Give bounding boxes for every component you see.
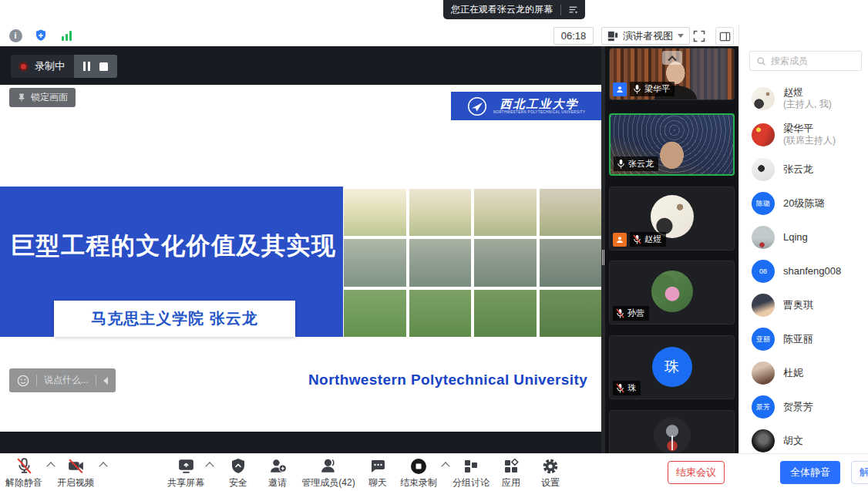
breakout-rooms-button[interactable]: 分组讨论 bbox=[449, 456, 493, 489]
divider bbox=[36, 375, 37, 386]
member-search-box[interactable] bbox=[749, 51, 862, 71]
end-meeting-button[interactable]: 结束会议 bbox=[668, 461, 725, 484]
shield-plus-icon bbox=[34, 29, 48, 42]
gear-icon bbox=[541, 457, 560, 476]
university-emblem-icon bbox=[467, 96, 487, 116]
info-icon: i bbox=[9, 29, 22, 42]
collapse-panel-button[interactable] bbox=[662, 51, 682, 65]
video-tile-active-speaker[interactable]: 张云龙 bbox=[609, 113, 735, 176]
host-badge bbox=[613, 233, 627, 247]
video-tile[interactable]: 孙营 bbox=[609, 261, 735, 325]
settings-button[interactable]: 设置 bbox=[533, 456, 567, 489]
video-options-chevron[interactable] bbox=[99, 462, 107, 470]
banner-menu-button[interactable] bbox=[561, 5, 585, 15]
share-screen-icon bbox=[177, 456, 196, 476]
meeting-window: 您正在观看张云龙的屏幕 i 06:18 演讲者视图 管理成员(42) bbox=[0, 0, 868, 491]
lock-view-label: 锁定画面 bbox=[31, 91, 68, 104]
apps-button[interactable]: 应用 bbox=[495, 456, 527, 489]
lock-view-button[interactable]: 锁定画面 bbox=[9, 88, 76, 107]
invite-button[interactable]: 邀请 bbox=[261, 456, 294, 489]
member-row[interactable]: 景芳 贺景芳 bbox=[739, 390, 868, 424]
view-mode-label: 演讲者视图 bbox=[623, 29, 673, 43]
participant-name-label: 梁华平 bbox=[630, 82, 675, 96]
participant-name-label: 赵煜 bbox=[630, 232, 666, 247]
person-icon bbox=[615, 85, 624, 94]
slide-subtitle-box: 马克思主义学院 张云龙 bbox=[54, 301, 295, 337]
invite-person-icon bbox=[268, 456, 288, 476]
chevron-down-icon bbox=[671, 436, 673, 450]
avatar: 景芳 bbox=[752, 395, 775, 419]
member-row[interactable]: 梁华平(联席主持人) bbox=[739, 116, 868, 153]
recording-status: 录制中 bbox=[11, 55, 74, 78]
meeting-timer: 06:18 bbox=[553, 27, 594, 45]
scroll-down-button[interactable] bbox=[671, 437, 673, 451]
unmute-button[interactable]: 解除静音 bbox=[2, 456, 46, 489]
university-name-en-small: NORTHWESTERN POLYTECHNICAL UNIVERSITY bbox=[493, 110, 586, 115]
screen-watch-text: 您正在观看张云龙的屏幕 bbox=[443, 3, 560, 16]
fullscreen-button[interactable] bbox=[690, 28, 708, 45]
video-thumbnail-panel: 梁华平 张云龙 赵煜 孙营 bbox=[605, 46, 738, 453]
emoji-icon[interactable] bbox=[17, 375, 29, 387]
cohost-badge bbox=[613, 82, 627, 96]
campus-photo-collage bbox=[344, 189, 601, 337]
avatar bbox=[752, 362, 775, 385]
start-video-button[interactable]: 开启视频 bbox=[54, 456, 97, 489]
participant-name-label: 珠 bbox=[613, 381, 641, 395]
video-tile[interactable]: 珠 珠 bbox=[609, 335, 735, 399]
participant-name-label: 张云龙 bbox=[614, 156, 658, 171]
video-tile[interactable]: 梁华平 bbox=[609, 48, 735, 100]
member-row[interactable]: 杜妮 bbox=[739, 356, 868, 390]
member-row[interactable]: 陈璐 20级陈璐 bbox=[739, 187, 868, 220]
slide-title: 巨型工程的文化价值及其实现 bbox=[11, 230, 337, 262]
security-button[interactable]: 安全 bbox=[222, 456, 254, 489]
member-search-input[interactable] bbox=[771, 55, 848, 66]
video-tile[interactable]: 赵煜 bbox=[609, 187, 735, 251]
avatar bbox=[752, 294, 775, 317]
pause-recording-button[interactable] bbox=[83, 62, 90, 71]
view-mode-dropdown[interactable]: 演讲者视图 bbox=[601, 27, 690, 45]
member-row[interactable]: 曹奥琪 bbox=[739, 288, 868, 322]
person-icon bbox=[615, 235, 624, 244]
avatar bbox=[752, 123, 775, 146]
meeting-info-button[interactable]: i bbox=[8, 28, 23, 43]
hamburger-icon bbox=[568, 5, 578, 15]
chat-bubble-icon bbox=[368, 457, 387, 476]
participant-name-label: 孙营 bbox=[613, 306, 649, 321]
avatar bbox=[752, 226, 775, 249]
member-row[interactable]: 亚丽 陈亚丽 bbox=[739, 322, 868, 356]
member-row[interactable]: 赵煜(主持人, 我) bbox=[739, 80, 868, 116]
shield-icon bbox=[229, 457, 247, 476]
video-tile[interactable] bbox=[609, 410, 735, 453]
share-screen-button[interactable]: 共享屏幕 bbox=[162, 456, 210, 489]
recording-label: 录制中 bbox=[35, 59, 65, 73]
end-recording-button[interactable]: 结束录制 bbox=[396, 456, 441, 489]
mic-muted-icon bbox=[616, 383, 624, 393]
signal-bars-icon bbox=[62, 30, 72, 41]
member-row[interactable]: 张云龙 bbox=[739, 153, 868, 187]
network-signal-button[interactable] bbox=[59, 28, 74, 43]
chat-input-placeholder[interactable]: 说点什么... bbox=[44, 374, 89, 387]
university-logo: 西北工业大学 NORTHWESTERN POLYTECHNICAL UNIVER… bbox=[451, 92, 601, 120]
avatar: 陈璐 bbox=[752, 192, 775, 215]
chevron-up-icon bbox=[668, 55, 676, 64]
recording-bar: 录制中 bbox=[11, 55, 117, 78]
member-list: 赵煜(主持人, 我) 梁华平(联席主持人) 张云龙 陈璐 20级陈璐 Lqing… bbox=[739, 80, 868, 453]
bottom-toolbar: 解除静音 开启视频 共享屏幕 安全 邀请 管理成员(42) 聊天 bbox=[0, 453, 868, 491]
search-icon bbox=[756, 56, 766, 66]
pin-icon bbox=[17, 92, 26, 103]
chat-collapse-icon[interactable] bbox=[103, 377, 108, 385]
avatar bbox=[651, 271, 693, 312]
unmute-all-button[interactable]: 解除 bbox=[851, 461, 868, 484]
member-row[interactable]: Lqing bbox=[739, 220, 868, 254]
member-row[interactable]: 08 shanfeng008 bbox=[739, 254, 868, 288]
fullscreen-icon bbox=[693, 30, 705, 42]
meeting-protect-button[interactable] bbox=[33, 28, 49, 43]
manage-members-button[interactable]: 管理成员(42) bbox=[296, 456, 361, 489]
mute-all-button[interactable]: 全体静音 bbox=[780, 461, 840, 484]
chevron-down-icon bbox=[678, 34, 684, 38]
member-row[interactable]: 胡文 bbox=[739, 424, 868, 453]
stop-recording-button[interactable] bbox=[99, 62, 108, 71]
sidebar-toggle-button[interactable] bbox=[715, 27, 734, 45]
chat-button[interactable]: 聊天 bbox=[362, 456, 393, 489]
slide-footer-text: Northwestern Polytechnical University bbox=[308, 372, 587, 388]
